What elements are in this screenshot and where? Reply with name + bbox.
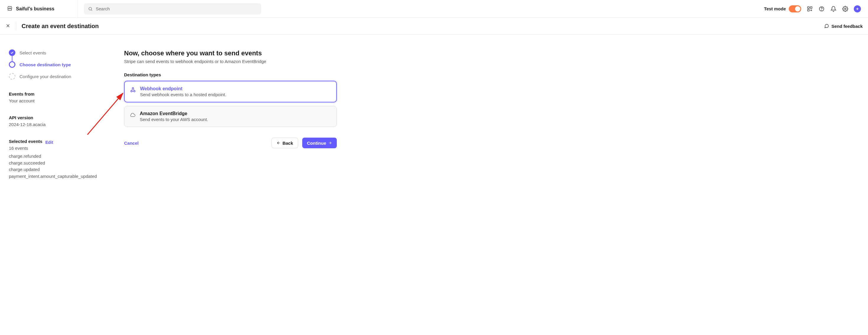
- divider: [16, 22, 16, 30]
- svg-point-0: [89, 7, 92, 10]
- top-nav: Saiful's business Search Test mode: [0, 0, 868, 18]
- content-pane: Now, choose where you want to send event…: [124, 49, 337, 179]
- business-name: Saiful's business: [16, 6, 54, 11]
- arrow-right-icon: [328, 141, 332, 145]
- selected-events-list: charge.refunded charge.succeeded charge.…: [9, 153, 109, 179]
- events-from-label: Events from: [9, 91, 109, 96]
- cloud-icon: [130, 112, 135, 119]
- svg-point-6: [845, 8, 846, 9]
- continue-button[interactable]: Continue: [302, 138, 337, 148]
- destination-title: Amazon EventBridge: [140, 111, 208, 116]
- create-button[interactable]: [854, 5, 861, 12]
- selected-events-count: 16 events: [9, 146, 109, 150]
- webhook-icon: [130, 87, 136, 94]
- content-heading: Now, choose where you want to send event…: [124, 49, 337, 57]
- nav-right: Test mode: [764, 5, 861, 12]
- test-mode-label: Test mode: [764, 6, 786, 11]
- sidebar: Select events Choose destination type Co…: [9, 49, 109, 179]
- arrow-left-icon: [277, 141, 281, 145]
- page-subheader: Create an event destination Send feedbac…: [0, 18, 868, 35]
- svg-rect-2: [810, 6, 812, 8]
- step-connector: [12, 68, 109, 73]
- back-label: Back: [282, 141, 293, 146]
- test-mode-toggle[interactable]: [789, 5, 801, 12]
- plus-icon: [855, 7, 860, 11]
- step-label: Choose destination type: [20, 62, 71, 67]
- events-from-section: Events from Your account: [9, 91, 109, 103]
- destination-title: Webhook endpoint: [140, 86, 226, 91]
- selected-events-section: Selected events Edit 16 events charge.re…: [9, 139, 109, 179]
- storefront-icon: [7, 6, 12, 12]
- events-from-value: Your account: [9, 98, 109, 103]
- chat-icon: [824, 24, 829, 28]
- destination-types-label: Destination types: [124, 72, 337, 77]
- event-item: payment_intent.amount_capturable_updated: [9, 173, 109, 180]
- search-placeholder: Search: [96, 6, 110, 11]
- destination-option-webhook[interactable]: Webhook endpoint Send webhook events to …: [124, 81, 337, 103]
- event-item: charge.updated: [9, 166, 109, 173]
- business-switcher[interactable]: Saiful's business: [7, 0, 78, 18]
- action-row: Cancel Back Continue: [124, 138, 337, 148]
- cancel-button[interactable]: Cancel: [124, 141, 138, 146]
- continue-label: Continue: [307, 141, 326, 146]
- destination-desc: Send webhook events to a hosted endpoint…: [140, 92, 226, 97]
- step-choose-destination[interactable]: Choose destination type: [9, 61, 109, 68]
- step-label: Select events: [20, 50, 46, 55]
- check-icon: [10, 51, 14, 54]
- step-label: Configure your destination: [20, 74, 71, 79]
- notifications-icon[interactable]: [830, 6, 837, 12]
- send-feedback-label: Send feedback: [831, 24, 863, 29]
- back-button[interactable]: Back: [272, 138, 298, 148]
- test-mode-toggle-row: Test mode: [764, 5, 801, 12]
- main-content: Select events Choose destination type Co…: [0, 35, 868, 194]
- step-configure-destination: Configure your destination: [9, 73, 109, 80]
- content-subtitle: Stripe can send events to webhook endpoi…: [124, 59, 337, 64]
- search-icon: [88, 6, 93, 11]
- event-item: charge.refunded: [9, 153, 109, 160]
- svg-point-5: [822, 10, 822, 10]
- selected-events-label: Selected events: [9, 139, 42, 144]
- search-input[interactable]: Search: [84, 3, 261, 15]
- help-icon[interactable]: [818, 6, 825, 12]
- page-title: Create an event destination: [22, 23, 99, 30]
- api-version-value: 2024-12-18.acacia: [9, 122, 109, 127]
- api-version-label: API version: [9, 115, 109, 120]
- send-feedback-button[interactable]: Send feedback: [824, 24, 863, 29]
- svg-rect-3: [808, 9, 809, 11]
- step-connector: [12, 56, 109, 61]
- developers-icon[interactable]: [807, 6, 813, 12]
- close-icon: [5, 23, 11, 28]
- destination-desc: Send events to your AWS account.: [140, 117, 208, 122]
- api-version-section: API version 2024-12-18.acacia: [9, 115, 109, 127]
- edit-selected-events[interactable]: Edit: [45, 140, 53, 145]
- svg-rect-1: [808, 6, 809, 8]
- close-button[interactable]: [5, 23, 11, 29]
- settings-icon[interactable]: [842, 6, 848, 12]
- destination-option-eventbridge[interactable]: Amazon EventBridge Send events to your A…: [124, 106, 337, 127]
- step-select-events[interactable]: Select events: [9, 49, 109, 56]
- event-item: charge.succeeded: [9, 160, 109, 167]
